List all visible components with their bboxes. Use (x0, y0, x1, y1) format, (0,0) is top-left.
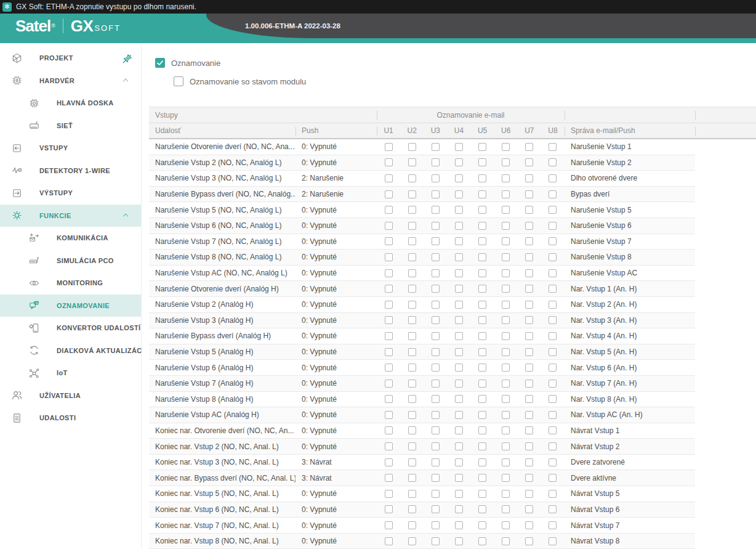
message-cell[interactable]: Narušenie Vstup 2 (565, 158, 695, 167)
email-user-checkbox-u7[interactable] (525, 269, 533, 277)
message-cell[interactable]: Narušenie Vstup AC (565, 269, 695, 277)
message-cell[interactable]: Návrat Vstup 1 (565, 426, 695, 435)
email-user-checkbox-u8[interactable] (549, 442, 557, 450)
email-user-checkbox-u7[interactable] (525, 458, 533, 466)
email-user-checkbox-u3[interactable] (432, 143, 440, 151)
email-user-checkbox-u8[interactable] (549, 364, 557, 372)
push-type-cell[interactable]: 2: Narušenie (296, 190, 377, 198)
email-user-checkbox-u5[interactable] (478, 222, 486, 230)
push-type-cell[interactable]: 0: Vypnuté (296, 158, 377, 167)
email-user-checkbox-u6[interactable] (502, 190, 510, 198)
email-user-checkbox-u2[interactable] (408, 253, 416, 261)
email-user-checkbox-u7[interactable] (525, 505, 533, 513)
sidebar-item-uzivatelia[interactable]: UŽÍVATELIA (0, 384, 141, 407)
email-user-checkbox-u8[interactable] (549, 222, 557, 230)
email-user-checkbox-u2[interactable] (408, 537, 416, 545)
email-user-checkbox-u8[interactable] (549, 316, 557, 324)
email-user-checkbox-u6[interactable] (502, 364, 510, 372)
message-cell[interactable]: Návrat Vstup 5 (565, 489, 695, 498)
email-user-checkbox-u5[interactable] (478, 537, 486, 545)
email-user-checkbox-u8[interactable] (549, 505, 557, 513)
email-user-checkbox-u4[interactable] (455, 348, 463, 356)
email-user-checkbox-u5[interactable] (478, 521, 486, 529)
email-user-checkbox-u7[interactable] (525, 474, 533, 482)
email-user-checkbox-u4[interactable] (455, 426, 463, 434)
push-type-cell[interactable]: 0: Vypnuté (296, 395, 377, 404)
email-user-checkbox-u1[interactable] (385, 301, 393, 309)
email-user-checkbox-u6[interactable] (502, 316, 510, 324)
email-user-checkbox-u2[interactable] (408, 442, 416, 450)
push-type-cell[interactable]: 0: Vypnuté (296, 285, 377, 293)
push-type-cell[interactable]: 0: Vypnuté (296, 300, 377, 309)
email-user-checkbox-u3[interactable] (432, 458, 440, 466)
email-user-checkbox-u7[interactable] (525, 537, 533, 545)
sidebar-item-oznamovanie[interactable]: OZNAMOVANIE (0, 295, 141, 317)
email-user-checkbox-u1[interactable] (385, 364, 393, 372)
email-user-checkbox-u2[interactable] (408, 237, 416, 245)
email-user-checkbox-u4[interactable] (455, 442, 463, 450)
email-user-checkbox-u6[interactable] (502, 490, 510, 498)
email-user-checkbox-u3[interactable] (432, 237, 440, 245)
email-user-checkbox-u7[interactable] (525, 190, 533, 198)
sidebar-item-funkcie[interactable]: FUNKCIE (0, 205, 141, 227)
email-user-checkbox-u6[interactable] (502, 442, 510, 450)
email-user-checkbox-u1[interactable] (385, 332, 393, 340)
email-user-checkbox-u5[interactable] (478, 174, 486, 182)
sidebar-item-vstupy[interactable]: VSTUPY (0, 137, 141, 160)
message-cell[interactable]: Návrat Vstup 8 (565, 537, 695, 545)
email-user-checkbox-u4[interactable] (455, 364, 463, 372)
email-user-checkbox-u1[interactable] (385, 237, 393, 245)
email-user-checkbox-u1[interactable] (385, 395, 393, 403)
email-user-checkbox-u2[interactable] (408, 143, 416, 151)
email-user-checkbox-u8[interactable] (549, 190, 557, 198)
email-user-checkbox-u1[interactable] (385, 348, 393, 356)
email-user-checkbox-u4[interactable] (455, 253, 463, 261)
email-user-checkbox-u2[interactable] (408, 474, 416, 482)
message-cell[interactable]: Návrat Vstup 7 (565, 521, 695, 530)
email-user-checkbox-u5[interactable] (478, 143, 486, 151)
email-user-checkbox-u3[interactable] (432, 537, 440, 545)
email-user-checkbox-u1[interactable] (385, 190, 393, 198)
email-user-checkbox-u6[interactable] (502, 411, 510, 419)
email-user-checkbox-u1[interactable] (385, 474, 393, 482)
email-user-checkbox-u6[interactable] (502, 237, 510, 245)
message-cell[interactable]: Nar. Vstup 6 (An. H) (565, 364, 695, 372)
email-user-checkbox-u4[interactable] (455, 537, 463, 545)
push-type-cell[interactable]: 0: Vypnuté (296, 142, 377, 151)
push-type-cell[interactable]: 0: Vypnuté (296, 269, 377, 277)
email-user-checkbox-u4[interactable] (455, 411, 463, 419)
sidebar-item-iot[interactable]: IoT (0, 362, 141, 384)
email-user-checkbox-u4[interactable] (455, 505, 463, 513)
message-cell[interactable]: Nar. Vstup AC (An. H) (565, 410, 695, 419)
email-user-checkbox-u4[interactable] (455, 316, 463, 324)
email-user-checkbox-u7[interactable] (525, 206, 533, 214)
push-type-cell[interactable]: 0: Vypnuté (296, 348, 377, 356)
email-user-checkbox-u7[interactable] (525, 521, 533, 529)
message-cell[interactable]: Nar. Vstup 4 (An. H) (565, 331, 695, 340)
email-user-checkbox-u7[interactable] (525, 253, 533, 261)
email-user-checkbox-u7[interactable] (525, 364, 533, 372)
email-user-checkbox-u1[interactable] (385, 285, 393, 293)
sidebar-item-monitoring[interactable]: MONITORING (0, 272, 141, 295)
email-user-checkbox-u7[interactable] (525, 411, 533, 419)
email-user-checkbox-u3[interactable] (432, 442, 440, 450)
email-user-checkbox-u2[interactable] (408, 395, 416, 403)
message-cell[interactable]: Návrat Vstup 2 (565, 442, 695, 451)
email-user-checkbox-u6[interactable] (502, 380, 510, 388)
email-user-checkbox-u2[interactable] (408, 174, 416, 182)
email-user-checkbox-u2[interactable] (408, 285, 416, 293)
module-state-checkbox[interactable] (174, 76, 183, 86)
email-user-checkbox-u2[interactable] (408, 332, 416, 340)
email-user-checkbox-u3[interactable] (432, 364, 440, 372)
email-user-checkbox-u6[interactable] (502, 222, 510, 230)
email-user-checkbox-u5[interactable] (478, 380, 486, 388)
email-user-checkbox-u2[interactable] (408, 426, 416, 434)
email-user-checkbox-u6[interactable] (502, 395, 510, 403)
email-user-checkbox-u8[interactable] (549, 332, 557, 340)
email-user-checkbox-u3[interactable] (432, 395, 440, 403)
email-user-checkbox-u2[interactable] (408, 348, 416, 356)
email-user-checkbox-u4[interactable] (455, 332, 463, 340)
sidebar-item-simulacia-pco[interactable]: SIMULÁCIA PCO (0, 250, 141, 272)
push-type-cell[interactable]: 0: Vypnuté (296, 537, 377, 545)
push-type-cell[interactable]: 0: Vypnuté (296, 410, 377, 419)
